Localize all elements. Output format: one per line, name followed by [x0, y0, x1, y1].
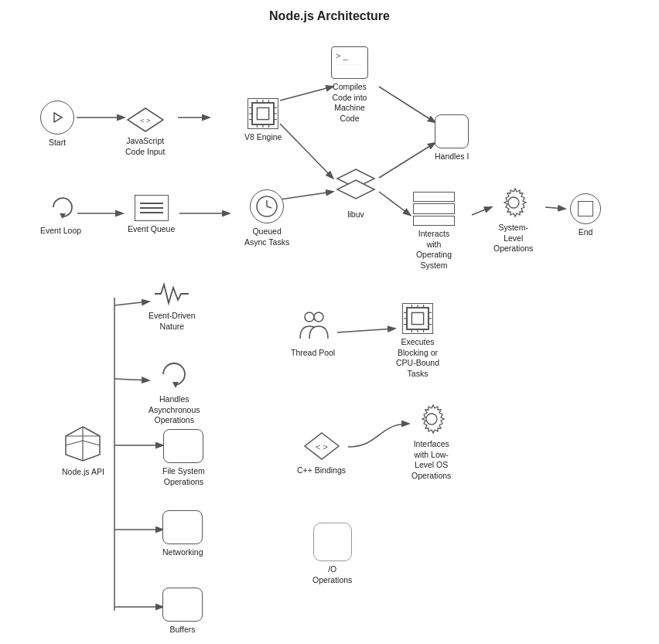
node-io-ops: /OOperations [312, 523, 352, 585]
node-queued-async: QueuedAsync Tasks [244, 189, 289, 247]
networking-label: Networking [162, 547, 203, 558]
node-cpp-bindings: < > C++ Bindings [297, 430, 346, 476]
svg-rect-23 [252, 103, 275, 125]
node-thread-pool: Thread Pool [291, 309, 335, 359]
node-js-code-input: < > JavaScriptCode Input [125, 107, 165, 157]
svg-text:< >: < > [140, 117, 150, 124]
handles-i-label: Handles I [435, 152, 469, 162]
node-handles-async: HandlesAsynchronousOperations [149, 357, 200, 426]
svg-marker-20 [54, 113, 62, 122]
svg-line-3 [379, 87, 435, 122]
svg-line-11 [545, 207, 565, 209]
io-ops-shape [313, 523, 352, 561]
node-system-level: System-LevelOperations [493, 186, 533, 254]
node-event-queue: Event Queue [128, 195, 175, 235]
node-interacts-os: InteractswithOperatingSystem [413, 192, 455, 271]
start-label: Start [49, 138, 66, 148]
interfaces-os-label: Interfaceswith Low-Level OSOperations [411, 439, 451, 482]
event-driven-label: Event-DrivenNature [149, 311, 196, 332]
svg-line-9 [379, 192, 410, 215]
end-shape [570, 193, 601, 224]
diagram-title: Node.js Architecture [0, 9, 659, 23]
compiles-code-label: CompilesCode intoMachineCode [333, 82, 367, 124]
event-queue-label: Event Queue [128, 224, 175, 235]
node-libuv: libuv [334, 166, 377, 220]
event-loop-shape [46, 192, 77, 223]
svg-line-15 [114, 379, 149, 380]
system-level-label: System-LevelOperations [493, 223, 533, 254]
node-buffers: Buffers [162, 588, 203, 635]
node-event-driven: Event-DrivenNature [149, 280, 196, 332]
interfaces-os-shape [415, 402, 449, 436]
v8-engine-label: V8 Engine [244, 132, 282, 143]
svg-point-46 [305, 312, 314, 322]
svg-rect-24 [258, 107, 269, 119]
buffers-label: Buffers [169, 625, 195, 635]
svg-line-10 [472, 207, 491, 215]
node-executes-cpu: ExecutesBlocking orCPU-BoundTasks [396, 303, 439, 380]
svg-point-45 [508, 197, 519, 208]
v8-shape [248, 98, 278, 129]
svg-point-70 [426, 414, 437, 424]
node-end: End [570, 193, 601, 238]
event-loop-label: Event Loop [40, 226, 81, 237]
interacts-os-label: InteractswithOperatingSystem [416, 229, 452, 271]
svg-line-19 [337, 329, 394, 332]
node-compiles-code: > _ CompilesCode intoMachineCode [331, 46, 368, 124]
cpp-bindings-label: C++ Bindings [297, 465, 346, 476]
svg-rect-49 [411, 312, 423, 324]
svg-line-2 [280, 87, 333, 101]
node-nodejs-api: Node.js API [62, 424, 104, 478]
file-system-shape [163, 429, 203, 463]
node-file-system: File SystemOperations [162, 429, 205, 487]
svg-text:> _: > _ [336, 51, 348, 60]
queued-async-shape [250, 189, 284, 223]
node-v8-engine: V8 Engine [244, 98, 282, 143]
node-networking: Networking [162, 510, 203, 558]
node-interfaces-os: Interfaceswith Low-Level OSOperations [411, 402, 451, 482]
diagram-canvas: Node.js Architecture [0, 0, 659, 644]
node-start: Start [40, 101, 74, 148]
handles-async-label: HandlesAsynchronousOperations [149, 394, 200, 426]
nodejs-api-label: Node.js API [62, 467, 104, 478]
svg-line-5 [379, 143, 435, 178]
svg-rect-48 [407, 308, 429, 330]
executes-cpu-shape [402, 303, 433, 334]
thread-pool-label: Thread Pool [291, 348, 335, 359]
end-label: End [579, 227, 593, 238]
executes-cpu-label: ExecutesBlocking orCPU-BoundTasks [396, 337, 439, 380]
networking-shape [162, 510, 203, 544]
buffers-shape [162, 588, 203, 622]
svg-text:< >: < > [316, 442, 328, 451]
system-level-shape [497, 186, 531, 220]
start-shape [40, 101, 74, 135]
io-ops-label: /OOperations [312, 564, 352, 585]
svg-point-47 [314, 312, 323, 322]
handles-i-shape [435, 114, 469, 148]
js-code-input-label: JavaScriptCode Input [125, 136, 165, 157]
libuv-label: libuv [347, 210, 364, 220]
svg-line-4 [280, 124, 333, 178]
node-event-loop: Event Loop [40, 192, 81, 237]
queued-async-label: QueuedAsync Tasks [244, 227, 289, 247]
file-system-label: File SystemOperations [162, 466, 205, 487]
node-handles-i: Handles I [435, 114, 469, 162]
svg-line-14 [114, 302, 149, 305]
svg-marker-40 [337, 180, 374, 199]
